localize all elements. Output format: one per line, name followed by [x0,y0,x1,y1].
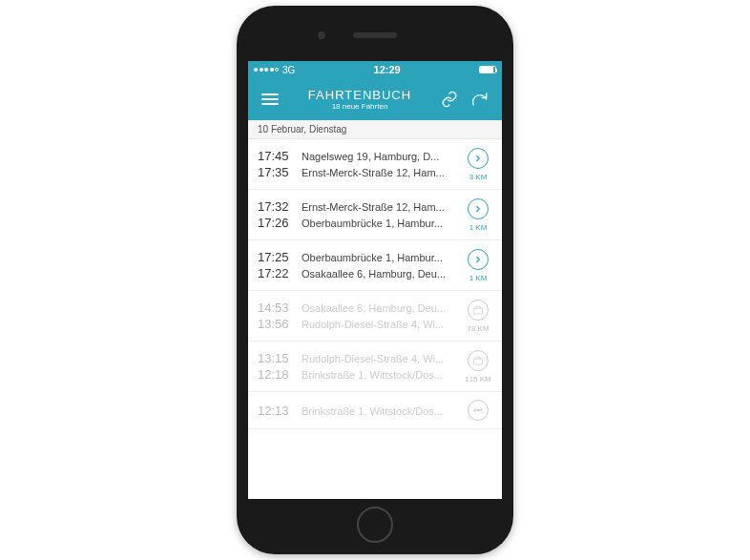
trip-time-end: 17:45 [258,149,294,163]
chevron-right-icon[interactable] [468,148,489,169]
trip-line: 17:32Ernst-Merck-Straße 12, Ham... [258,199,462,214]
distance-label: 3 KM [469,173,488,181]
trip-time-start: 17:35 [258,165,294,179]
trip-line: 17:45Nagelsweg 19, Hamburg, D... [258,149,462,163]
distance-label: 1 KM [469,223,488,232]
menu-button[interactable] [258,87,282,112]
status-time: 12:29 [374,64,401,75]
briefcase-icon[interactable] [468,300,489,321]
page-subtitle: 18 neue Fahrten [282,102,437,111]
trip-address-start: Ernst-Merck-Straße 12, Ham... [302,167,462,178]
screen: 3G 12:29 FAHRTENBUCH 18 neue Fahrten [248,61,502,499]
trip-details: 17:25Oberbaumbrücke 1, Hambur...17:22Osa… [258,248,462,282]
trip-line: 17:25Oberbaumbrücke 1, Hambur... [258,250,462,264]
trip-address-end: Nagelsweg 19, Hamburg, D... [302,151,462,162]
trip-address-end: Osakaallee 6, Hamburg, Deu... [302,302,462,314]
trip-line: 13:56Rudolph-Diesel-Straße 4, Wi... [258,317,462,331]
link-button[interactable] [437,87,462,112]
trip-time-start: 17:26 [258,216,294,230]
swap-icon[interactable] [468,400,489,421]
trip-address-end: Ernst-Merck-Straße 12, Ham... [302,201,462,213]
status-left: 3G [254,65,295,75]
trip-list: 17:45Nagelsweg 19, Hamburg, D...17:35Ern… [248,139,502,429]
trip-side: 78 KM [462,300,494,333]
status-bar: 3G 12:29 [248,61,502,78]
trip-row[interactable]: 17:45Nagelsweg 19, Hamburg, D...17:35Ern… [248,139,502,190]
distance-label: 78 KM [467,324,489,333]
trip-time-end: 14:53 [258,301,294,315]
distance-label: 115 KM [465,375,491,384]
chevron-right-icon[interactable] [468,198,489,219]
trip-time-start: 17:22 [258,266,294,280]
trip-details: 12:13Brinkstraße 1, Wittstock/Dos... [258,402,462,420]
battery-icon [479,66,496,73]
trip-time-start: 13:56 [258,317,294,331]
trip-address-end: Brinkstraße 1, Wittstock/Dos... [302,405,462,417]
trip-time-end: 17:25 [258,250,294,264]
trip-address-start: Oberbaumbrücke 1, Hambur... [302,218,462,229]
trip-side: 3 KM [462,148,494,181]
trip-address-start: Osakaallee 6, Hamburg, Deu... [302,268,462,280]
phone-camera [318,31,325,39]
trip-row[interactable]: 17:25Oberbaumbrücke 1, Hambur...17:22Osa… [248,240,502,291]
svg-rect-3 [474,308,483,314]
trip-row[interactable]: 17:32Ernst-Merck-Straße 12, Ham...17:26O… [248,190,502,240]
trip-row[interactable]: 13:15Rudolph-Diesel-Straße 4, Wi...12:18… [248,342,502,392]
app-header: FAHRTENBUCH 18 neue Fahrten [248,78,502,120]
briefcase-icon[interactable] [468,350,489,371]
trip-row[interactable]: 14:53Osakaallee 6, Hamburg, Deu...13:56R… [248,291,502,342]
trip-side: 1 KM [462,198,494,232]
trip-details: 14:53Osakaallee 6, Hamburg, Deu...13:56R… [258,299,462,333]
trip-time-end: 17:32 [258,199,294,214]
distance-label: 1 KM [469,274,488,282]
signal-icon [254,68,279,72]
trip-address-end: Oberbaumbrücke 1, Hambur... [302,252,462,263]
trip-side: 1 KM [462,249,494,282]
trip-row[interactable]: 12:13Brinkstraße 1, Wittstock/Dos... [248,392,502,429]
trip-line: 13:15Rudolph-Diesel-Straße 4, Wi... [258,351,462,365]
header-center: FAHRTENBUCH 18 neue Fahrten [282,88,437,111]
page-title: FAHRTENBUCH [282,88,437,102]
home-button[interactable] [357,507,393,543]
trip-line: 17:22Osakaallee 6, Hamburg, Deu... [258,266,462,280]
trip-line: 14:53Osakaallee 6, Hamburg, Deu... [258,301,462,315]
trip-details: 13:15Rudolph-Diesel-Straße 4, Wi...12:18… [258,349,462,384]
trip-address-start: Brinkstraße 1, Wittstock/Dos... [302,369,462,381]
date-header: 10 Februar, Dienstag [248,120,502,139]
trip-line: 17:35Ernst-Merck-Straße 12, Ham... [258,165,462,179]
phone-frame: 3G 12:29 FAHRTENBUCH 18 neue Fahrten [237,6,513,554]
trip-time-end: 12:13 [258,404,294,418]
trip-side [462,400,494,421]
chevron-right-icon[interactable] [468,249,489,270]
trip-details: 17:45Nagelsweg 19, Hamburg, D...17:35Ern… [258,147,462,181]
refresh-button[interactable] [468,87,492,112]
trip-line: 12:13Brinkstraße 1, Wittstock/Dos... [258,404,462,418]
trip-side: 115 KM [462,350,494,384]
phone-speaker [353,32,397,38]
trip-line: 12:18Brinkstraße 1, Wittstock/Dos... [258,367,462,382]
trip-details: 17:32Ernst-Merck-Straße 12, Ham...17:26O… [258,197,462,232]
status-right [479,66,496,73]
network-label: 3G [282,65,295,75]
trip-time-end: 13:15 [258,351,294,365]
trip-time-start: 12:18 [258,367,294,382]
trip-address-end: Rudolph-Diesel-Straße 4, Wi... [302,353,462,364]
trip-address-start: Rudolph-Diesel-Straße 4, Wi... [302,319,462,330]
trip-line: 17:26Oberbaumbrücke 1, Hambur... [258,216,462,230]
svg-rect-4 [474,359,483,364]
